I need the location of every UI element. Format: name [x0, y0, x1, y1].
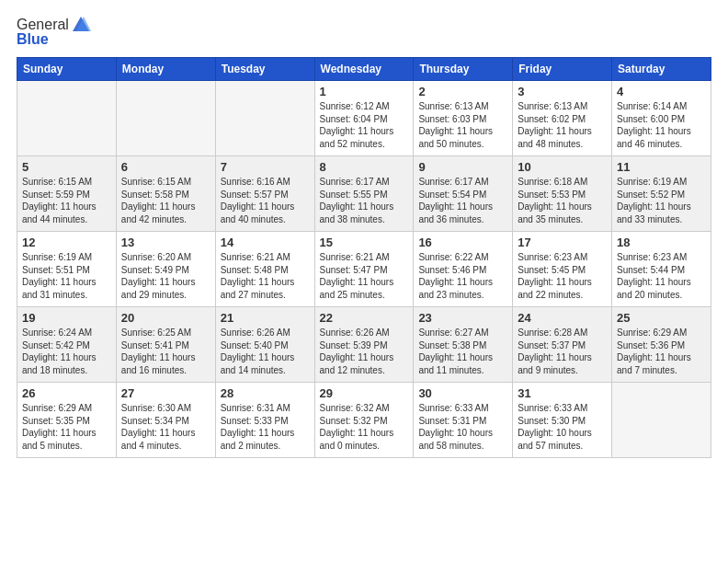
calendar-cell: 21Sunrise: 6:26 AMSunset: 5:40 PMDayligh… [215, 307, 314, 383]
day-number: 12 [22, 236, 111, 249]
day-number: 4 [617, 85, 706, 98]
day-number: 27 [121, 386, 210, 400]
logo-blue-text: Blue [17, 31, 49, 48]
weekday-header-row: SundayMondayTuesdayWednesdayThursdayFrid… [17, 58, 711, 81]
week-row-2: 5Sunrise: 6:15 AMSunset: 5:59 PMDaylight… [17, 156, 711, 232]
logo-icon [71, 15, 91, 35]
cell-info: Sunrise: 6:22 AMSunset: 5:46 PMDaylight:… [418, 251, 507, 301]
day-number: 2 [418, 85, 507, 98]
calendar-cell: 27Sunrise: 6:30 AMSunset: 5:34 PMDayligh… [116, 383, 215, 458]
calendar-cell: 7Sunrise: 6:16 AMSunset: 5:57 PMDaylight… [215, 156, 314, 232]
calendar-cell: 10Sunrise: 6:18 AMSunset: 5:53 PMDayligh… [513, 156, 612, 232]
day-number: 3 [518, 85, 607, 98]
page-container: General Blue SundayMondayTuesdayWednesda… [0, 0, 728, 467]
cell-info: Sunrise: 6:28 AMSunset: 5:37 PMDaylight:… [518, 327, 607, 376]
cell-info: Sunrise: 6:27 AMSunset: 5:38 PMDaylight:… [418, 327, 507, 376]
calendar-table: SundayMondayTuesdayWednesdayThursdayFrid… [17, 57, 711, 458]
day-number: 25 [617, 311, 706, 325]
day-number: 14 [221, 236, 310, 249]
calendar-cell: 20Sunrise: 6:25 AMSunset: 5:41 PMDayligh… [116, 307, 215, 383]
day-number: 28 [221, 386, 310, 400]
weekday-sunday: Sunday [17, 58, 117, 81]
day-number: 23 [418, 311, 507, 325]
calendar-cell: 15Sunrise: 6:21 AMSunset: 5:47 PMDayligh… [314, 232, 414, 307]
day-number: 30 [418, 386, 507, 400]
day-number: 31 [518, 386, 607, 400]
cell-info: Sunrise: 6:17 AMSunset: 5:54 PMDaylight:… [418, 176, 507, 225]
cell-info: Sunrise: 6:20 AMSunset: 5:49 PMDaylight:… [121, 251, 210, 301]
cell-info: Sunrise: 6:13 AMSunset: 6:02 PMDaylight:… [518, 100, 607, 150]
calendar-cell [215, 81, 314, 156]
cell-info: Sunrise: 6:23 AMSunset: 5:44 PMDaylight:… [617, 251, 706, 301]
weekday-monday: Monday [116, 58, 215, 81]
week-row-5: 26Sunrise: 6:29 AMSunset: 5:35 PMDayligh… [17, 383, 711, 458]
weekday-thursday: Thursday [414, 58, 513, 81]
calendar-cell [612, 383, 711, 458]
day-number: 11 [617, 160, 706, 174]
cell-info: Sunrise: 6:19 AMSunset: 5:51 PMDaylight:… [22, 251, 111, 301]
cell-info: Sunrise: 6:17 AMSunset: 5:55 PMDaylight:… [320, 176, 409, 225]
cell-info: Sunrise: 6:14 AMSunset: 6:00 PMDaylight:… [617, 100, 706, 150]
cell-info: Sunrise: 6:26 AMSunset: 5:40 PMDaylight:… [221, 327, 310, 376]
day-number: 8 [320, 160, 409, 174]
calendar-cell: 26Sunrise: 6:29 AMSunset: 5:35 PMDayligh… [17, 383, 117, 458]
calendar-cell [17, 81, 117, 156]
calendar-cell: 4Sunrise: 6:14 AMSunset: 6:00 PMDaylight… [612, 81, 711, 156]
cell-info: Sunrise: 6:30 AMSunset: 5:34 PMDaylight:… [121, 402, 210, 452]
day-number: 20 [121, 311, 210, 325]
cell-info: Sunrise: 6:15 AMSunset: 5:58 PMDaylight:… [121, 176, 210, 225]
calendar-cell: 23Sunrise: 6:27 AMSunset: 5:38 PMDayligh… [414, 307, 513, 383]
logo: General Blue [17, 15, 91, 48]
calendar-cell: 17Sunrise: 6:23 AMSunset: 5:45 PMDayligh… [513, 232, 612, 307]
cell-info: Sunrise: 6:21 AMSunset: 5:47 PMDaylight:… [320, 251, 409, 301]
calendar-cell: 16Sunrise: 6:22 AMSunset: 5:46 PMDayligh… [414, 232, 513, 307]
day-number: 24 [518, 311, 607, 325]
weekday-tuesday: Tuesday [215, 58, 314, 81]
calendar-cell: 29Sunrise: 6:32 AMSunset: 5:32 PMDayligh… [314, 383, 414, 458]
calendar-cell: 3Sunrise: 6:13 AMSunset: 6:02 PMDaylight… [513, 81, 612, 156]
calendar-cell: 11Sunrise: 6:19 AMSunset: 5:52 PMDayligh… [612, 156, 711, 232]
cell-info: Sunrise: 6:32 AMSunset: 5:32 PMDaylight:… [320, 402, 409, 452]
day-number: 16 [418, 236, 507, 249]
day-number: 26 [22, 386, 111, 400]
calendar-cell: 2Sunrise: 6:13 AMSunset: 6:03 PMDaylight… [414, 81, 513, 156]
cell-info: Sunrise: 6:15 AMSunset: 5:59 PMDaylight:… [22, 176, 111, 225]
day-number: 5 [22, 160, 111, 174]
cell-info: Sunrise: 6:18 AMSunset: 5:53 PMDaylight:… [518, 176, 607, 225]
calendar-cell: 22Sunrise: 6:26 AMSunset: 5:39 PMDayligh… [314, 307, 414, 383]
day-number: 15 [320, 236, 409, 249]
calendar-cell: 6Sunrise: 6:15 AMSunset: 5:58 PMDaylight… [116, 156, 215, 232]
calendar-cell: 19Sunrise: 6:24 AMSunset: 5:42 PMDayligh… [17, 307, 117, 383]
cell-info: Sunrise: 6:21 AMSunset: 5:48 PMDaylight:… [221, 251, 310, 301]
calendar-cell: 1Sunrise: 6:12 AMSunset: 6:04 PMDaylight… [314, 81, 414, 156]
calendar-cell: 12Sunrise: 6:19 AMSunset: 5:51 PMDayligh… [17, 232, 117, 307]
calendar-cell: 13Sunrise: 6:20 AMSunset: 5:49 PMDayligh… [116, 232, 215, 307]
cell-info: Sunrise: 6:23 AMSunset: 5:45 PMDaylight:… [518, 251, 607, 301]
calendar-cell: 30Sunrise: 6:33 AMSunset: 5:31 PMDayligh… [414, 383, 513, 458]
day-number: 1 [320, 85, 409, 98]
week-row-1: 1Sunrise: 6:12 AMSunset: 6:04 PMDaylight… [17, 81, 711, 156]
cell-info: Sunrise: 6:19 AMSunset: 5:52 PMDaylight:… [617, 176, 706, 225]
weekday-saturday: Saturday [612, 58, 711, 81]
day-number: 10 [518, 160, 607, 174]
cell-info: Sunrise: 6:29 AMSunset: 5:36 PMDaylight:… [617, 327, 706, 376]
week-row-4: 19Sunrise: 6:24 AMSunset: 5:42 PMDayligh… [17, 307, 711, 383]
day-number: 21 [221, 311, 310, 325]
calendar-cell: 5Sunrise: 6:15 AMSunset: 5:59 PMDaylight… [17, 156, 117, 232]
calendar-cell: 24Sunrise: 6:28 AMSunset: 5:37 PMDayligh… [513, 307, 612, 383]
calendar-cell: 9Sunrise: 6:17 AMSunset: 5:54 PMDaylight… [414, 156, 513, 232]
day-number: 19 [22, 311, 111, 325]
weekday-wednesday: Wednesday [314, 58, 414, 81]
cell-info: Sunrise: 6:24 AMSunset: 5:42 PMDaylight:… [22, 327, 111, 376]
cell-info: Sunrise: 6:31 AMSunset: 5:33 PMDaylight:… [221, 402, 310, 452]
calendar-cell: 28Sunrise: 6:31 AMSunset: 5:33 PMDayligh… [215, 383, 314, 458]
cell-info: Sunrise: 6:26 AMSunset: 5:39 PMDaylight:… [320, 327, 409, 376]
day-number: 7 [221, 160, 310, 174]
day-number: 9 [418, 160, 507, 174]
cell-info: Sunrise: 6:25 AMSunset: 5:41 PMDaylight:… [121, 327, 210, 376]
calendar-cell: 25Sunrise: 6:29 AMSunset: 5:36 PMDayligh… [612, 307, 711, 383]
day-number: 18 [617, 236, 706, 249]
cell-info: Sunrise: 6:29 AMSunset: 5:35 PMDaylight:… [22, 402, 111, 452]
header: General Blue [17, 15, 711, 48]
calendar-cell: 18Sunrise: 6:23 AMSunset: 5:44 PMDayligh… [612, 232, 711, 307]
